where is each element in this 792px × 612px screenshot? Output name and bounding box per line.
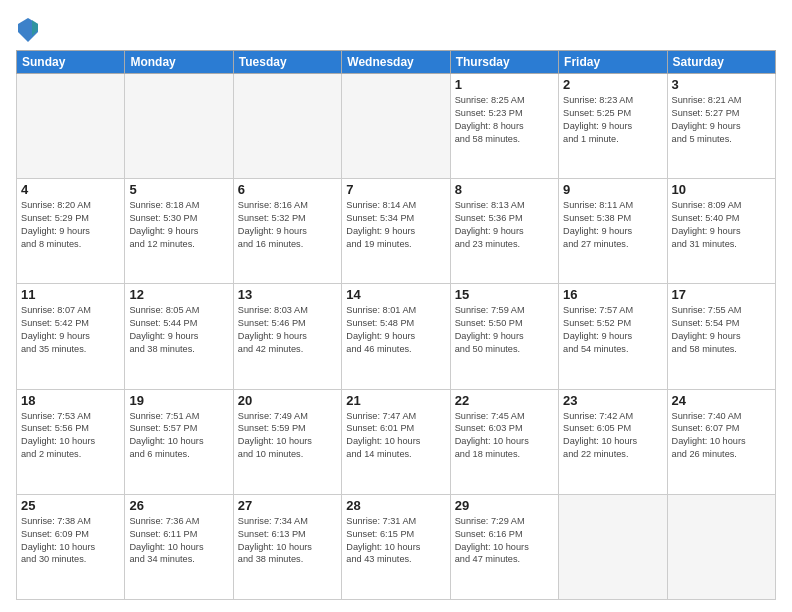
calendar-col-monday: Monday bbox=[125, 51, 233, 74]
day-info: Sunrise: 7:47 AM Sunset: 6:01 PM Dayligh… bbox=[346, 410, 445, 462]
day-number: 17 bbox=[672, 287, 771, 302]
day-info: Sunrise: 7:45 AM Sunset: 6:03 PM Dayligh… bbox=[455, 410, 554, 462]
calendar-col-saturday: Saturday bbox=[667, 51, 775, 74]
calendar-cell bbox=[125, 74, 233, 179]
calendar-cell: 22Sunrise: 7:45 AM Sunset: 6:03 PM Dayli… bbox=[450, 389, 558, 494]
calendar-header-row: SundayMondayTuesdayWednesdayThursdayFrid… bbox=[17, 51, 776, 74]
calendar-cell: 2Sunrise: 8:23 AM Sunset: 5:25 PM Daylig… bbox=[559, 74, 667, 179]
day-number: 29 bbox=[455, 498, 554, 513]
calendar-col-wednesday: Wednesday bbox=[342, 51, 450, 74]
calendar-cell: 29Sunrise: 7:29 AM Sunset: 6:16 PM Dayli… bbox=[450, 494, 558, 599]
header bbox=[16, 12, 776, 44]
day-info: Sunrise: 8:13 AM Sunset: 5:36 PM Dayligh… bbox=[455, 199, 554, 251]
day-number: 4 bbox=[21, 182, 120, 197]
day-number: 3 bbox=[672, 77, 771, 92]
calendar-cell: 20Sunrise: 7:49 AM Sunset: 5:59 PM Dayli… bbox=[233, 389, 341, 494]
day-info: Sunrise: 7:36 AM Sunset: 6:11 PM Dayligh… bbox=[129, 515, 228, 567]
day-info: Sunrise: 8:05 AM Sunset: 5:44 PM Dayligh… bbox=[129, 304, 228, 356]
day-info: Sunrise: 8:20 AM Sunset: 5:29 PM Dayligh… bbox=[21, 199, 120, 251]
calendar-col-sunday: Sunday bbox=[17, 51, 125, 74]
day-number: 28 bbox=[346, 498, 445, 513]
day-number: 1 bbox=[455, 77, 554, 92]
day-info: Sunrise: 8:01 AM Sunset: 5:48 PM Dayligh… bbox=[346, 304, 445, 356]
calendar-cell: 7Sunrise: 8:14 AM Sunset: 5:34 PM Daylig… bbox=[342, 179, 450, 284]
calendar-cell: 23Sunrise: 7:42 AM Sunset: 6:05 PM Dayli… bbox=[559, 389, 667, 494]
day-info: Sunrise: 7:42 AM Sunset: 6:05 PM Dayligh… bbox=[563, 410, 662, 462]
day-number: 21 bbox=[346, 393, 445, 408]
day-info: Sunrise: 7:40 AM Sunset: 6:07 PM Dayligh… bbox=[672, 410, 771, 462]
day-number: 22 bbox=[455, 393, 554, 408]
day-number: 10 bbox=[672, 182, 771, 197]
day-number: 11 bbox=[21, 287, 120, 302]
calendar-cell: 14Sunrise: 8:01 AM Sunset: 5:48 PM Dayli… bbox=[342, 284, 450, 389]
day-info: Sunrise: 7:51 AM Sunset: 5:57 PM Dayligh… bbox=[129, 410, 228, 462]
logo bbox=[16, 16, 42, 44]
calendar-cell bbox=[667, 494, 775, 599]
calendar-cell bbox=[342, 74, 450, 179]
calendar-cell: 21Sunrise: 7:47 AM Sunset: 6:01 PM Dayli… bbox=[342, 389, 450, 494]
calendar-col-friday: Friday bbox=[559, 51, 667, 74]
calendar-col-tuesday: Tuesday bbox=[233, 51, 341, 74]
day-number: 14 bbox=[346, 287, 445, 302]
calendar-cell bbox=[559, 494, 667, 599]
calendar-week-4: 18Sunrise: 7:53 AM Sunset: 5:56 PM Dayli… bbox=[17, 389, 776, 494]
day-number: 15 bbox=[455, 287, 554, 302]
day-number: 19 bbox=[129, 393, 228, 408]
day-info: Sunrise: 8:03 AM Sunset: 5:46 PM Dayligh… bbox=[238, 304, 337, 356]
day-info: Sunrise: 7:29 AM Sunset: 6:16 PM Dayligh… bbox=[455, 515, 554, 567]
day-info: Sunrise: 8:11 AM Sunset: 5:38 PM Dayligh… bbox=[563, 199, 662, 251]
day-info: Sunrise: 8:18 AM Sunset: 5:30 PM Dayligh… bbox=[129, 199, 228, 251]
day-number: 7 bbox=[346, 182, 445, 197]
day-info: Sunrise: 8:23 AM Sunset: 5:25 PM Dayligh… bbox=[563, 94, 662, 146]
calendar-cell: 24Sunrise: 7:40 AM Sunset: 6:07 PM Dayli… bbox=[667, 389, 775, 494]
day-number: 9 bbox=[563, 182, 662, 197]
calendar-cell bbox=[233, 74, 341, 179]
calendar-cell: 8Sunrise: 8:13 AM Sunset: 5:36 PM Daylig… bbox=[450, 179, 558, 284]
logo-icon bbox=[16, 16, 40, 44]
day-info: Sunrise: 7:57 AM Sunset: 5:52 PM Dayligh… bbox=[563, 304, 662, 356]
calendar-col-thursday: Thursday bbox=[450, 51, 558, 74]
day-number: 12 bbox=[129, 287, 228, 302]
calendar-cell: 16Sunrise: 7:57 AM Sunset: 5:52 PM Dayli… bbox=[559, 284, 667, 389]
day-number: 20 bbox=[238, 393, 337, 408]
day-info: Sunrise: 7:31 AM Sunset: 6:15 PM Dayligh… bbox=[346, 515, 445, 567]
calendar-cell: 10Sunrise: 8:09 AM Sunset: 5:40 PM Dayli… bbox=[667, 179, 775, 284]
calendar-cell: 25Sunrise: 7:38 AM Sunset: 6:09 PM Dayli… bbox=[17, 494, 125, 599]
day-number: 26 bbox=[129, 498, 228, 513]
calendar-cell: 9Sunrise: 8:11 AM Sunset: 5:38 PM Daylig… bbox=[559, 179, 667, 284]
calendar-cell: 13Sunrise: 8:03 AM Sunset: 5:46 PM Dayli… bbox=[233, 284, 341, 389]
calendar-cell: 5Sunrise: 8:18 AM Sunset: 5:30 PM Daylig… bbox=[125, 179, 233, 284]
calendar-cell: 3Sunrise: 8:21 AM Sunset: 5:27 PM Daylig… bbox=[667, 74, 775, 179]
calendar-table: SundayMondayTuesdayWednesdayThursdayFrid… bbox=[16, 50, 776, 600]
day-number: 8 bbox=[455, 182, 554, 197]
calendar-week-1: 1Sunrise: 8:25 AM Sunset: 5:23 PM Daylig… bbox=[17, 74, 776, 179]
day-number: 5 bbox=[129, 182, 228, 197]
day-number: 18 bbox=[21, 393, 120, 408]
day-info: Sunrise: 8:14 AM Sunset: 5:34 PM Dayligh… bbox=[346, 199, 445, 251]
calendar-cell: 4Sunrise: 8:20 AM Sunset: 5:29 PM Daylig… bbox=[17, 179, 125, 284]
calendar-cell bbox=[17, 74, 125, 179]
day-info: Sunrise: 7:49 AM Sunset: 5:59 PM Dayligh… bbox=[238, 410, 337, 462]
day-number: 27 bbox=[238, 498, 337, 513]
calendar-cell: 27Sunrise: 7:34 AM Sunset: 6:13 PM Dayli… bbox=[233, 494, 341, 599]
calendar-week-2: 4Sunrise: 8:20 AM Sunset: 5:29 PM Daylig… bbox=[17, 179, 776, 284]
day-info: Sunrise: 8:16 AM Sunset: 5:32 PM Dayligh… bbox=[238, 199, 337, 251]
day-info: Sunrise: 7:38 AM Sunset: 6:09 PM Dayligh… bbox=[21, 515, 120, 567]
calendar-cell: 19Sunrise: 7:51 AM Sunset: 5:57 PM Dayli… bbox=[125, 389, 233, 494]
day-number: 13 bbox=[238, 287, 337, 302]
calendar-cell: 18Sunrise: 7:53 AM Sunset: 5:56 PM Dayli… bbox=[17, 389, 125, 494]
calendar-cell: 12Sunrise: 8:05 AM Sunset: 5:44 PM Dayli… bbox=[125, 284, 233, 389]
calendar-cell: 11Sunrise: 8:07 AM Sunset: 5:42 PM Dayli… bbox=[17, 284, 125, 389]
day-info: Sunrise: 8:25 AM Sunset: 5:23 PM Dayligh… bbox=[455, 94, 554, 146]
calendar-cell: 28Sunrise: 7:31 AM Sunset: 6:15 PM Dayli… bbox=[342, 494, 450, 599]
calendar-cell: 26Sunrise: 7:36 AM Sunset: 6:11 PM Dayli… bbox=[125, 494, 233, 599]
day-number: 25 bbox=[21, 498, 120, 513]
calendar-cell: 17Sunrise: 7:55 AM Sunset: 5:54 PM Dayli… bbox=[667, 284, 775, 389]
day-number: 24 bbox=[672, 393, 771, 408]
day-info: Sunrise: 8:21 AM Sunset: 5:27 PM Dayligh… bbox=[672, 94, 771, 146]
day-number: 6 bbox=[238, 182, 337, 197]
day-number: 23 bbox=[563, 393, 662, 408]
calendar-cell: 15Sunrise: 7:59 AM Sunset: 5:50 PM Dayli… bbox=[450, 284, 558, 389]
day-info: Sunrise: 7:59 AM Sunset: 5:50 PM Dayligh… bbox=[455, 304, 554, 356]
calendar-cell: 6Sunrise: 8:16 AM Sunset: 5:32 PM Daylig… bbox=[233, 179, 341, 284]
